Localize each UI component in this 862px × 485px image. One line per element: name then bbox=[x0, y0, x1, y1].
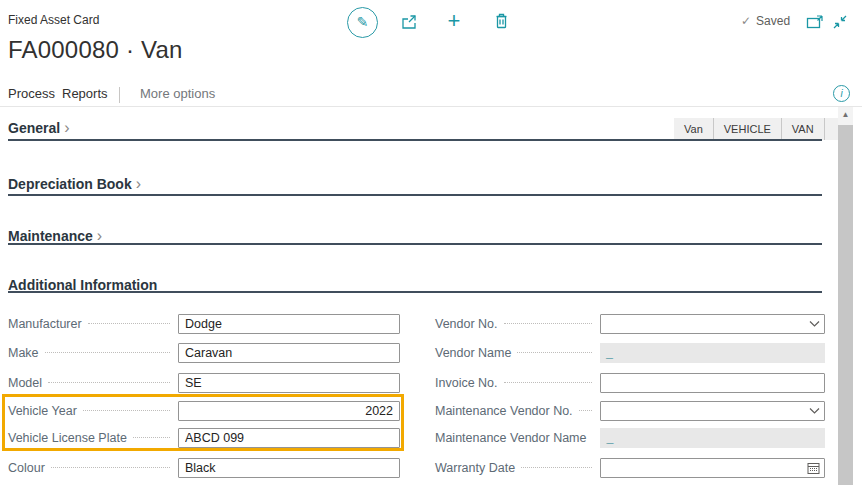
vendor-no-input[interactable] bbox=[600, 314, 825, 334]
model-input[interactable] bbox=[178, 373, 400, 393]
section-depreciation-book[interactable]: Depreciation Book› bbox=[8, 175, 141, 193]
page-context-label: Fixed Asset Card bbox=[8, 13, 99, 27]
scrollbar-thumb[interactable] bbox=[838, 125, 853, 485]
chevron-down-icon[interactable] bbox=[809, 320, 820, 327]
add-plus-icon[interactable]: + bbox=[443, 10, 465, 32]
calendar-icon[interactable] bbox=[807, 461, 820, 474]
dotted-leader bbox=[504, 323, 592, 324]
dotted-leader bbox=[88, 323, 170, 324]
field-maintenance-vendor-name: Maintenance Vendor Name _ bbox=[435, 427, 825, 448]
field-warranty-date: Warranty Date bbox=[435, 457, 825, 478]
field-label: Maintenance Vendor Name bbox=[435, 431, 586, 445]
field-vendor-name: Vendor Name _ bbox=[435, 342, 825, 363]
menu-item-reports[interactable]: Reports bbox=[62, 86, 108, 101]
field-label: Warranty Date bbox=[435, 461, 515, 475]
general-summary-tags: Van VEHICLE VAN bbox=[674, 118, 838, 140]
collapse-window-icon[interactable] bbox=[831, 13, 849, 31]
field-label: Vendor Name bbox=[435, 346, 511, 360]
field-label: Make bbox=[8, 346, 39, 360]
field-maintenance-vendor-no: Maintenance Vendor No. bbox=[435, 400, 825, 421]
field-vehicle-year: Vehicle Year bbox=[8, 400, 400, 421]
invoice-no-input[interactable] bbox=[600, 373, 825, 393]
maintenance-vendor-no-input[interactable] bbox=[600, 401, 825, 421]
field-vendor-no: Vendor No. bbox=[435, 313, 825, 334]
tag-empty bbox=[825, 118, 838, 140]
info-icon[interactable]: i bbox=[833, 85, 850, 102]
chevron-right-icon: › bbox=[136, 175, 141, 192]
menu-item-more-options[interactable]: More options bbox=[140, 86, 215, 101]
field-label: Model bbox=[8, 376, 42, 390]
field-label: Vehicle License Plate bbox=[8, 431, 127, 445]
make-input[interactable] bbox=[178, 343, 400, 363]
chevron-right-icon: › bbox=[64, 119, 69, 136]
tag-fa-subclass[interactable]: VAN bbox=[782, 118, 825, 140]
field-make: Make bbox=[8, 342, 400, 363]
field-label: Vendor No. bbox=[435, 317, 498, 331]
check-icon: ✓ bbox=[741, 14, 751, 28]
saved-status: ✓ Saved bbox=[741, 14, 790, 28]
chevron-right-icon: › bbox=[97, 227, 102, 244]
section-general[interactable]: General› bbox=[8, 119, 69, 137]
field-label: Maintenance Vendor No. bbox=[435, 404, 573, 418]
scroll-up-arrow-icon[interactable]: ▲ bbox=[838, 111, 853, 119]
saved-label: Saved bbox=[756, 14, 790, 28]
field-label: Invoice No. bbox=[435, 376, 498, 390]
dotted-leader bbox=[48, 382, 170, 383]
share-icon[interactable] bbox=[399, 12, 419, 32]
field-invoice-no: Invoice No. bbox=[435, 372, 825, 393]
dotted-leader bbox=[517, 352, 592, 353]
menu-item-process[interactable]: Process bbox=[8, 86, 55, 101]
tag-fa-class[interactable]: VEHICLE bbox=[714, 118, 782, 140]
dotted-leader bbox=[521, 467, 592, 468]
dotted-leader bbox=[45, 352, 170, 353]
vertical-scrollbar[interactable]: ▲ bbox=[838, 107, 853, 485]
section-rule bbox=[8, 194, 822, 196]
vehicle-year-input[interactable] bbox=[178, 401, 400, 421]
tag-description[interactable]: Van bbox=[674, 118, 714, 140]
menu-divider bbox=[119, 87, 120, 103]
section-rule bbox=[8, 243, 822, 245]
section-rule bbox=[8, 139, 822, 141]
chevron-down-icon[interactable] bbox=[809, 407, 820, 414]
dotted-leader bbox=[133, 437, 170, 438]
menu-divider-line bbox=[0, 106, 862, 107]
dotted-leader bbox=[83, 410, 170, 411]
maintenance-vendor-name-readonly: _ bbox=[600, 428, 825, 448]
edit-pencil-icon[interactable]: ✎ bbox=[347, 7, 378, 38]
field-label: Colour bbox=[8, 461, 45, 475]
manufacturer-input[interactable] bbox=[178, 314, 400, 334]
vehicle-license-plate-input[interactable] bbox=[178, 428, 400, 448]
action-menu-bar: Process Reports More options bbox=[0, 86, 862, 106]
field-label: Manufacturer bbox=[8, 317, 82, 331]
colour-input[interactable] bbox=[178, 458, 400, 478]
section-rule bbox=[8, 291, 822, 293]
dotted-leader bbox=[504, 382, 592, 383]
field-model: Model bbox=[8, 372, 400, 393]
field-colour: Colour bbox=[8, 457, 400, 478]
field-manufacturer: Manufacturer bbox=[8, 313, 400, 334]
trash-icon[interactable] bbox=[491, 11, 511, 31]
open-in-new-window-icon[interactable] bbox=[805, 13, 823, 31]
page-title: FA000080 · Van bbox=[8, 36, 182, 64]
field-label: Vehicle Year bbox=[8, 404, 77, 418]
dotted-leader bbox=[51, 467, 170, 468]
field-vehicle-license-plate: Vehicle License Plate bbox=[8, 427, 400, 448]
dotted-leader bbox=[579, 410, 592, 411]
warranty-date-input[interactable] bbox=[600, 458, 825, 478]
vendor-name-readonly: _ bbox=[600, 343, 825, 363]
